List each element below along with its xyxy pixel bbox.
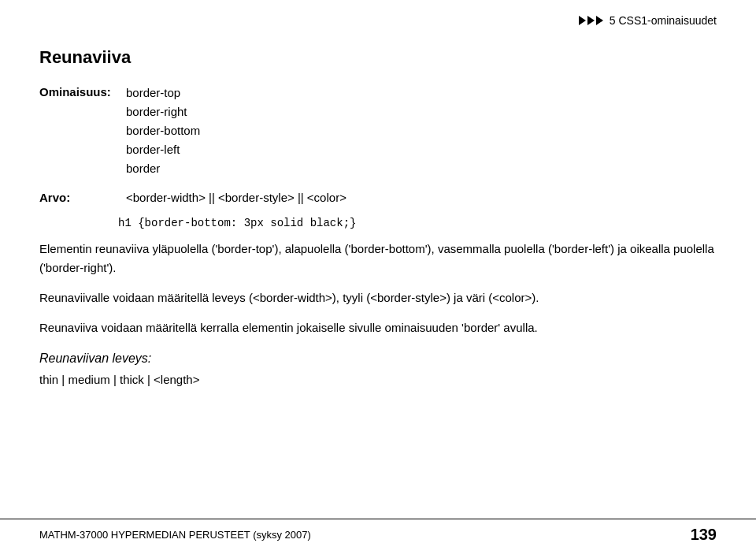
sub-heading: Reunaviivan leveys: [39, 352, 717, 366]
page-title: Reunaviiva [39, 47, 717, 68]
footer-page-number: 139 [691, 526, 717, 544]
prop-value-5: border [126, 159, 200, 178]
value-row: Arvo: <border-width> || <border-style> |… [39, 189, 717, 207]
page-container: 5 CSS1-ominaisuudet Reunaviiva Ominaisuu… [0, 0, 756, 558]
nav-arrow-3 [596, 16, 603, 25]
value-label: Arvo: [39, 189, 126, 207]
prop-value-2: border-right [126, 102, 200, 121]
nav-chapter-label: 5 CSS1-ominaisuudet [610, 14, 717, 27]
prop-value-3: border-bottom [126, 121, 200, 140]
description-3: Reunaviiva voidaan määritellä kerralla e… [39, 318, 717, 337]
footer-left-text: MATHM-37000 HYPERMEDIAN PERUSTEET (syksy… [39, 529, 311, 541]
top-nav: 5 CSS1-ominaisuudet [579, 14, 717, 27]
border-width-values: thin | medium | thick | <length> [39, 370, 717, 389]
description-2: Reunaviivalle voidaan määritellä leveys … [39, 288, 717, 307]
description-1: Elementin reunaviiva yläpuolella ('borde… [39, 240, 717, 277]
nav-arrows [579, 16, 603, 25]
nav-arrow-2 [587, 16, 595, 25]
property-label: Ominaisuus: [39, 84, 126, 178]
property-row: Ominaisuus: border-top border-right bord… [39, 84, 717, 178]
property-values: border-top border-right border-bottom bo… [126, 84, 200, 178]
prop-value-1: border-top [126, 84, 200, 102]
code-example: h1 {border-bottom: 3px solid black;} [118, 215, 717, 232]
value-text: <border-width> || <border-style> || <col… [126, 189, 346, 207]
nav-arrow-1 [579, 16, 586, 25]
property-section: Ominaisuus: border-top border-right bord… [39, 84, 717, 178]
prop-value-4: border-left [126, 140, 200, 159]
footer: MATHM-37000 HYPERMEDIAN PERUSTEET (syksy… [0, 519, 756, 544]
